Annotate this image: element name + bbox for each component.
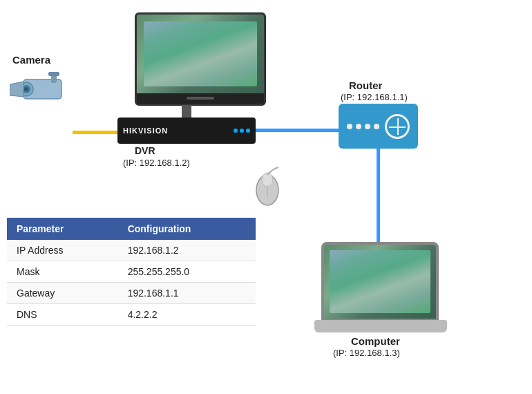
diagram-area: Camera HIKVISION DVR (IP: 192. [0,0,532,214]
computer-screen [321,242,439,321]
dvr-device: HIKVISION [117,118,256,144]
computer-keyboard [314,320,447,332]
dvr-ip-label: (IP: 192.168.1.2) [123,158,190,168]
monitor-base [182,105,191,119]
dvr-light-1 [234,129,238,133]
config-table-area: Parameter Configuration IP Address192.16… [7,218,256,326]
svg-rect-6 [48,72,59,76]
table-row: IP Address192.168.1.2 [7,240,256,261]
dvr-lights [234,129,250,133]
table-cell-param: Mask [7,261,118,283]
dvr-label: DVR [135,145,155,156]
camera-label: Camera [12,54,50,66]
cable-blue-horizontal [256,129,339,132]
cable-yellow [73,131,120,134]
table-cell-param: IP Address [7,240,118,261]
table-cell-value: 192.168.1.1 [118,283,256,304]
table-cell-value: 255.255.255.0 [118,261,256,283]
router-dots [347,124,379,129]
svg-marker-4 [10,82,23,97]
col-header-parameter: Parameter [7,218,118,240]
monitor-screen [135,12,266,106]
router-device [339,104,418,149]
table-cell-param: Gateway [7,283,118,304]
mouse-icon [252,166,283,207]
dvr-light-2 [240,129,244,133]
router-ip-label: (IP: 192.168.1.1) [341,92,408,102]
svg-point-3 [24,87,28,91]
router-globe-icon [385,114,410,139]
table-row: DNS4.2.2.2 [7,304,256,326]
router-dot-3 [365,124,370,129]
table-cell-value: 192.168.1.2 [118,240,256,261]
computer-ip-label: (IP: 192.168.1.3) [333,348,400,358]
router-dot-1 [347,124,352,129]
table-header-row: Parameter Configuration [7,218,256,240]
table-row: Gateway192.168.1.1 [7,283,256,304]
table-row: Mask255.255.255.0 [7,261,256,283]
cable-blue-vertical [377,149,380,245]
computer-label: Computer [351,335,400,347]
dvr-brand-label: HIKVISION [123,126,168,135]
config-table: Parameter Configuration IP Address192.16… [7,218,256,326]
dvr-light-3 [246,129,250,133]
col-header-configuration: Configuration [118,218,256,240]
router-dot-2 [356,124,361,129]
router-dot-4 [374,124,379,129]
router-label: Router [349,79,382,91]
table-cell-value: 4.2.2.2 [118,304,256,326]
camera-icon [10,69,72,107]
table-cell-param: DNS [7,304,118,326]
